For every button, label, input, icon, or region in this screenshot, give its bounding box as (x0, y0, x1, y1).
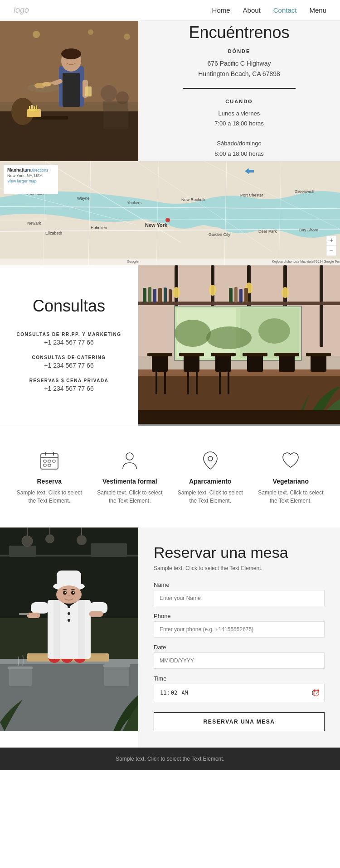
nav-about[interactable]: About (243, 6, 261, 14)
person-icon (118, 449, 141, 472)
consultas-cat-0: CONSULTAS DE RR.PP. Y MARKETING (16, 332, 121, 337)
svg-rect-22 (103, 101, 128, 129)
svg-point-154 (68, 612, 70, 615)
feature-vestimenta-text: Sample text. Click to select the Text El… (93, 489, 166, 505)
consultas-title: Consultas (33, 297, 105, 316)
consultas-info: Consultas CONSULTAS DE RR.PP. Y MARKETIN… (0, 265, 138, 426)
svg-text:Wayne: Wayne (77, 196, 90, 201)
svg-rect-114 (164, 372, 166, 394)
time-input[interactable]: 11:02 AM (154, 684, 325, 702)
svg-rect-115 (187, 372, 189, 394)
svg-rect-85 (158, 288, 162, 302)
phone-label: Phone (154, 613, 325, 619)
reservar-title: Reservar una mesa (154, 544, 325, 561)
svg-rect-127 (44, 464, 46, 466)
svg-rect-88 (229, 288, 233, 302)
book-table-button[interactable]: RESERVAR UNA MESA (154, 712, 325, 731)
find-when-label: CUANDO (225, 99, 253, 104)
waiter-svg (0, 21, 138, 161)
svg-point-12 (42, 82, 51, 86)
find-actions: VER RESERVAR UNA MESA (183, 88, 296, 89)
reservar-section: Reservar una mesa Sample text. Click to … (0, 528, 340, 748)
svg-rect-14 (85, 86, 92, 96)
svg-point-130 (208, 456, 213, 461)
date-input[interactable] (154, 652, 325, 669)
svg-text:Bay Shore: Bay Shore (299, 228, 318, 232)
time-label: Time (154, 675, 325, 682)
svg-point-167 (73, 592, 74, 593)
svg-text:New York: New York (145, 222, 168, 228)
nav-menu[interactable]: Menu (309, 6, 326, 14)
svg-rect-6 (63, 73, 80, 107)
svg-point-168 (68, 595, 70, 596)
svg-point-24 (88, 29, 93, 35)
svg-rect-151 (53, 600, 60, 659)
svg-rect-160 (89, 611, 103, 617)
reservar-mesa-button-hero[interactable]: RESERVAR UNA MESA (210, 88, 295, 89)
svg-rect-90 (239, 289, 243, 302)
svg-rect-110 (274, 353, 299, 356)
svg-text:Garden City: Garden City (209, 232, 231, 237)
svg-rect-112 (306, 353, 331, 356)
svg-rect-91 (244, 288, 248, 302)
consultas-cat-1: CONSULTAS DE CATERING (32, 355, 106, 360)
find-where-label: DÓNDE (228, 48, 251, 54)
restaurant-photo (0, 21, 138, 161)
name-label: Name (154, 581, 325, 588)
find-info: Encuéntrenos DÓNDE 676 Pacific C Highway… (138, 21, 340, 161)
svg-point-76 (209, 285, 216, 296)
logo: logo (14, 5, 29, 15)
svg-rect-126 (53, 460, 55, 462)
find-hours: Lunes a viernes 7:00 a 18:00 horas Sábad… (214, 109, 263, 158)
svg-point-23 (33, 31, 40, 38)
nav-contact[interactable]: Contact (273, 6, 297, 14)
feature-vestimenta-label: Vestimenta formal (102, 478, 157, 485)
svg-rect-135 (91, 543, 127, 557)
footer-text: Sample text. Click to select the Text El… (116, 756, 224, 762)
svg-text:Elizabeth: Elizabeth (45, 231, 62, 235)
phone-input[interactable] (154, 621, 325, 638)
svg-text:Hoboken: Hoboken (91, 225, 107, 230)
ver-button[interactable]: VER (183, 88, 210, 89)
find-address: 676 Pacific C Highway Huntington Beach, … (198, 58, 280, 79)
chef-photo (0, 528, 138, 748)
chef-svg (0, 528, 138, 731)
svg-rect-82 (143, 288, 146, 302)
svg-text:Google: Google (127, 259, 139, 264)
name-input[interactable] (154, 590, 325, 606)
svg-rect-86 (164, 288, 167, 302)
svg-rect-19 (36, 106, 37, 111)
svg-rect-170 (8, 667, 33, 669)
consultas-phone-0: +1 234 567 77 66 (44, 339, 93, 346)
svg-rect-18 (34, 106, 35, 111)
svg-rect-158 (27, 613, 40, 618)
navigation: logo Home About Contact Menu (0, 0, 340, 21)
svg-text:Port Chester: Port Chester (240, 193, 263, 197)
time-group: Time 11:02 AM ⏰ (154, 675, 325, 702)
svg-point-137 (45, 534, 54, 543)
feature-reserva: Reserva Sample text. Click to select the… (13, 449, 86, 505)
svg-rect-169 (9, 668, 32, 686)
svg-rect-128 (48, 464, 51, 466)
svg-text:Deer Park: Deer Park (258, 229, 277, 234)
svg-point-97 (206, 326, 252, 349)
features-section: Reserva Sample text. Click to select the… (0, 426, 340, 528)
feature-vegetariano-label: Vegetariano (273, 478, 309, 485)
reservar-subtitle: Sample text. Click to select the Text El… (154, 565, 325, 571)
consultas-phone-1: +1 234 567 77 66 (44, 362, 93, 369)
find-us-section: Encuéntrenos DÓNDE 676 Pacific C Highway… (0, 21, 340, 161)
bar-photo (138, 265, 340, 426)
nav-home[interactable]: Home (212, 6, 230, 14)
svg-rect-125 (48, 460, 51, 462)
svg-rect-16 (29, 106, 30, 111)
svg-rect-118 (228, 372, 229, 394)
feature-reserva-label: Reserva (37, 478, 62, 485)
svg-rect-100 (138, 376, 340, 412)
svg-rect-113 (155, 372, 157, 394)
svg-text:Newark: Newark (27, 221, 41, 225)
svg-rect-159 (19, 613, 29, 615)
map-svg: Wayne Paterson Yonkers New Rochelle Port… (0, 161, 340, 265)
svg-rect-116 (196, 372, 198, 394)
svg-point-129 (126, 453, 133, 460)
svg-rect-117 (219, 372, 221, 394)
